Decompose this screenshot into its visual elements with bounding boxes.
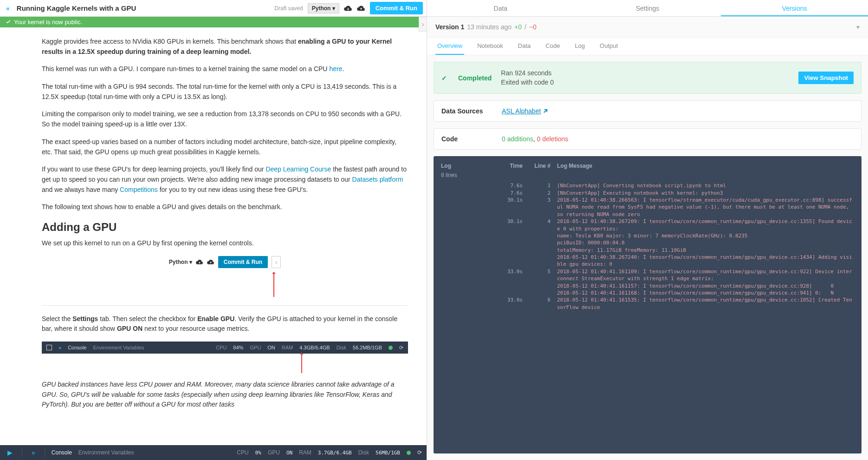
mini-commit-run: Commit & Run [218,256,268,268]
caret-down-icon: ▾ [856,23,860,31]
log-panel: Log Time Line # Log Message 8 lines 7.6s… [434,156,862,453]
mini-chevron-icon: ‹ [272,256,281,268]
subtab-code[interactable]: Code [544,38,562,55]
subtab-data[interactable]: Data [516,38,532,55]
play-icon[interactable]: ▶ [5,449,15,456]
adding-gpu-heading: Adding a GPU [42,221,408,234]
mini-lang: Python ▾ [169,259,192,265]
status-card: ✓ Completed Ran 924 seconds Exited with … [434,62,862,94]
datasources-card: Data Sources ASL Alphabet [434,100,862,122]
external-link-icon [543,109,548,114]
status-dot [389,346,393,350]
log-row: 7.6s1[NbConvertApp] Converting notebook … [441,182,854,189]
competitions-link[interactable]: Competitions [120,186,158,193]
public-banner: Your kernel is now public. [0,17,427,27]
tab-data[interactable]: Data [427,0,574,16]
refresh-icon: ⟳ [399,345,403,351]
notebook-content: Kaggle provides free access to NVidia K8… [0,27,427,445]
log-row: 33.0s52018-05-12 01:40:41.161109: I tens… [441,268,854,297]
red-arrow-1 [273,273,274,297]
fastforward-icon: » [58,345,61,350]
separator [42,305,408,306]
subtab-output[interactable]: Output [598,38,620,55]
mini-toolbar: Python ▾ Commit & Run ‹ [42,256,408,268]
datasource-link[interactable]: ASL Alphabet [502,107,548,115]
language-select[interactable]: Python ▾ [308,3,339,13]
deep-learning-link[interactable]: Deep Learning Course [266,165,331,173]
cloud-download-icon[interactable] [344,5,352,12]
draft-saved-label: Draft saved [274,5,303,12]
datasets-link[interactable]: Datasets platform [352,176,403,183]
check-icon: ✓ [441,74,447,82]
subtab-overview[interactable]: Overview [435,38,464,55]
console-bar-image: » Console Environment Variables CPU84% G… [42,342,408,354]
stop-icon [46,345,52,350]
subtab-notebook[interactable]: Notebook [475,38,505,55]
here-link[interactable]: here [329,65,342,72]
red-arrow-2 [301,354,302,373]
tab-settings[interactable]: Settings [574,0,721,16]
tab-versions[interactable]: Versions [721,0,868,16]
status-dot [407,451,411,455]
log-row: 30.1s42018-05-12 01:40:38.267209: I tens… [441,218,854,268]
log-row: 30.1s32018-05-12 01:40:38.266563: I tens… [441,197,854,218]
subtab-log[interactable]: Log [573,38,587,55]
kernel-title: Running Kaggle Kernels with a GPU [17,4,270,12]
view-snapshot-button[interactable]: View Snapshot [798,72,854,84]
refresh-icon[interactable]: ⟳ [417,449,422,456]
version-row[interactable]: Version 1 13 minutes ago +0/−0 ▾ [427,17,868,38]
commit-run-button[interactable]: Commit & Run [370,2,423,14]
cloud-upload-icon[interactable] [357,5,365,12]
env-vars-tab[interactable]: Environment Variables [78,449,134,456]
console-tab[interactable]: Console [52,449,72,456]
code-card: Code 0 additions, 0 deletions [434,128,862,150]
fastforward-icon[interactable]: » [29,449,38,456]
mini-cloud-up-icon [207,259,214,265]
collapse-icon[interactable]: « [4,5,12,12]
mini-cloud-down-icon [196,259,203,265]
banner-text: Your kernel is now public. [14,19,82,26]
log-row: 33.0s62018-05-12 01:40:41.161535: I tens… [441,296,854,311]
log-row: 7.6s2[NbConvertApp] Executing notebook w… [441,190,854,197]
live-console-bar: ▶ » Console Environment Variables CPU0% … [0,445,427,460]
